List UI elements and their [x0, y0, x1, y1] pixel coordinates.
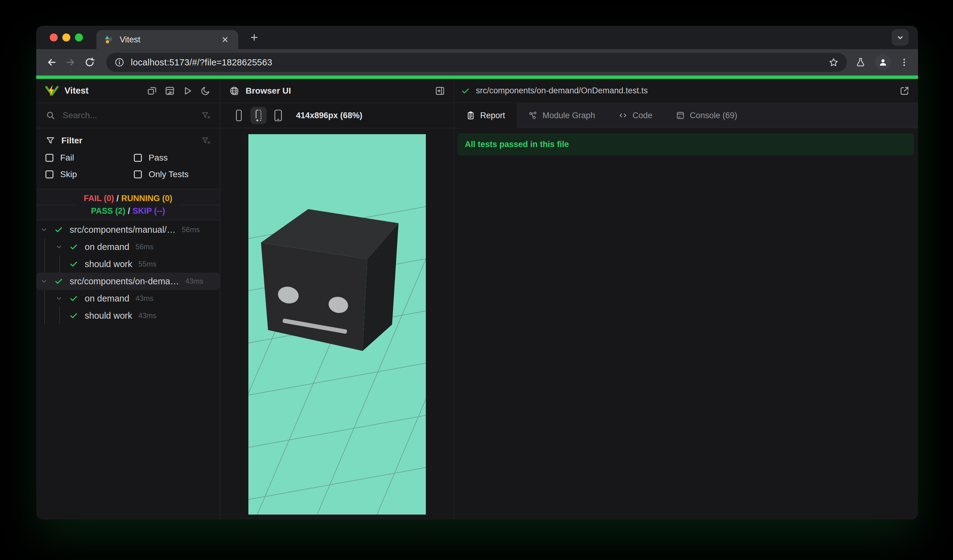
tree-row-suite[interactable]: on demand 56ms: [36, 238, 220, 256]
checkbox[interactable]: [134, 171, 142, 178]
profile-avatar[interactable]: [875, 54, 891, 70]
banner-text: All tests passed in this file: [465, 140, 569, 149]
test-progress-bar: [36, 76, 918, 79]
tab-label: Module Graph: [543, 111, 595, 120]
browser-ui-header: Browser UI: [220, 79, 454, 103]
filter-checkbox-only-tests[interactable]: Only Tests: [134, 169, 211, 179]
tab-report[interactable]: Report: [455, 103, 517, 128]
back-button[interactable]: [45, 56, 58, 69]
vitest-ui: Vitest: [36, 79, 918, 520]
window-controls: [50, 34, 83, 42]
tab-module-graph[interactable]: Module Graph: [517, 103, 607, 128]
search-row: [36, 103, 220, 128]
tree-row-file-selected[interactable]: src/components/on-dema… 43ms: [36, 273, 220, 290]
pass-count: PASS (2): [91, 206, 125, 216]
vitest-favicon-icon: [104, 35, 113, 44]
tab-search-button[interactable]: [892, 29, 909, 46]
test-file-label: src/components/on-dema…: [70, 276, 179, 287]
test-duration: 43ms: [135, 294, 154, 303]
vitest-brand: Vitest: [45, 84, 88, 98]
tab-label: Code: [632, 111, 652, 120]
browser-tab[interactable]: Vitest: [96, 30, 238, 49]
bookmark-star-icon[interactable]: [828, 57, 839, 68]
site-info-icon[interactable]: [114, 57, 125, 68]
checkbox-label: Only Tests: [149, 169, 188, 179]
search-input[interactable]: [63, 110, 201, 120]
tab-close-icon[interactable]: [220, 34, 230, 45]
browser-toolbar: localhost:5173/#/?file=1828625563: [36, 49, 918, 76]
reload-button[interactable]: [83, 56, 96, 69]
test-duration: 56ms: [135, 242, 154, 251]
test-duration: 43ms: [185, 277, 203, 285]
checkbox-label: Pass: [149, 153, 168, 163]
sidebar: Vitest: [36, 79, 220, 520]
tree-row-suite[interactable]: on demand 43ms: [36, 290, 220, 307]
clear-filters-icon[interactable]: [201, 136, 211, 146]
test-case-label: should work: [85, 311, 132, 321]
check-icon: [68, 242, 80, 252]
test-duration: 55ms: [138, 260, 157, 268]
check-icon: [68, 293, 80, 303]
dark-mode-moon-icon[interactable]: [200, 85, 211, 97]
tab-title: Vitest: [120, 35, 220, 45]
collapse-panels-icon[interactable]: [146, 85, 158, 97]
browser-tab-strip: Vitest: [36, 26, 918, 49]
tab-code[interactable]: Code: [607, 103, 664, 128]
filter-checkbox-skip[interactable]: Skip: [45, 169, 134, 179]
new-tab-button[interactable]: [247, 31, 261, 44]
file-path: src/components/on-demand/OnDemand.test.t…: [476, 86, 648, 96]
code-icon: [618, 111, 627, 120]
chevron-down-icon[interactable]: [38, 225, 50, 234]
report-panel: src/components/on-demand/OnDemand.test.t…: [455, 79, 918, 520]
filter-checkbox-fail[interactable]: Fail: [45, 153, 134, 163]
test-tree: src/components/manual/… 56ms on demand 5…: [36, 220, 220, 520]
chevron-down-icon[interactable]: [38, 277, 50, 286]
close-window-button[interactable]: [50, 34, 58, 42]
device-phone-custom-button[interactable]: [250, 107, 267, 124]
chevron-down-icon[interactable]: [53, 242, 65, 251]
tree-row-file[interactable]: src/components/manual/… 56ms: [36, 221, 220, 238]
device-toolbar: 414x896px (68%): [220, 103, 454, 128]
panel-title: Browser UI: [245, 86, 291, 96]
url-bar[interactable]: localhost:5173/#/?file=1828625563: [106, 53, 847, 72]
check-icon: [53, 276, 65, 286]
filter-section: Filter Fail Pass: [36, 128, 220, 189]
run-all-icon[interactable]: [182, 85, 193, 97]
check-icon: [68, 259, 80, 269]
device-phone-small-button[interactable]: [231, 107, 247, 124]
summary-line-2: PASS (2)/SKIP (--): [84, 205, 172, 217]
open-in-editor-icon[interactable]: [899, 85, 910, 96]
url-text: localhost:5173/#/?file=1828625563: [131, 57, 828, 68]
app-title: Vitest: [64, 86, 88, 96]
skip-count: SKIP (--): [133, 206, 165, 216]
filter-checkbox-pass[interactable]: Pass: [134, 153, 211, 163]
zoom-window-button[interactable]: [75, 34, 83, 42]
clear-search-filter-icon[interactable]: [201, 110, 211, 120]
checkbox-label: Fail: [60, 153, 74, 163]
checkbox[interactable]: [45, 171, 53, 178]
app-preview-viewport[interactable]: [248, 134, 426, 515]
tab-console[interactable]: Console (69): [664, 103, 749, 128]
tree-row-test[interactable]: should work 55ms: [36, 256, 220, 273]
console-icon: [676, 111, 685, 120]
experiments-flask-icon[interactable]: [855, 57, 866, 68]
dashboard-icon[interactable]: [164, 85, 175, 97]
viewport-size-label: 414x896px (68%): [296, 111, 362, 120]
minimize-window-button[interactable]: [62, 34, 70, 42]
device-tablet-button[interactable]: [270, 107, 286, 124]
robot-cube: [261, 209, 399, 351]
checkbox[interactable]: [134, 154, 142, 162]
forward-button[interactable]: [64, 56, 78, 69]
checkbox[interactable]: [45, 154, 53, 162]
search-icon: [45, 110, 56, 121]
file-pass-check-icon: [461, 86, 470, 96]
browser-menu-icon[interactable]: [899, 57, 910, 68]
chevron-down-icon[interactable]: [53, 294, 65, 303]
panel-collapse-icon[interactable]: [435, 86, 445, 96]
tree-row-test[interactable]: should work 43ms: [36, 307, 220, 324]
summary-line-1: FAIL (0)/RUNNING (0): [84, 192, 172, 205]
tab-label: Console (69): [690, 111, 737, 120]
fail-count: FAIL (0): [84, 194, 114, 203]
test-duration: 56ms: [182, 225, 200, 234]
globe-icon: [229, 86, 239, 96]
